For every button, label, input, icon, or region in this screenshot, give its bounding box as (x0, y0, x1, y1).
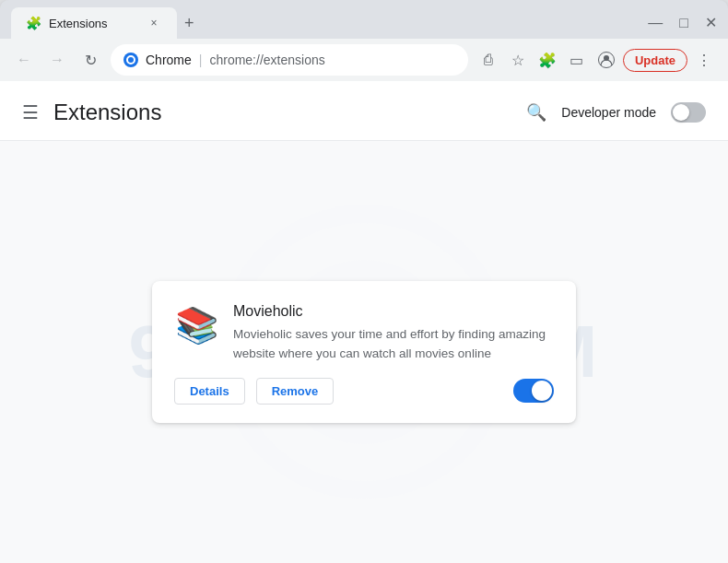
favicon (123, 53, 138, 67)
navigation-bar: ← → ↻ Chrome | chrome://extensions ⎙ ☆ 🧩… (0, 39, 728, 81)
nav-actions: ⎙ ☆ 🧩 ▭ Update ⋮ (476, 47, 717, 73)
address-domain: Chrome (146, 53, 192, 67)
menu-button[interactable]: ⋮ (691, 47, 717, 73)
minimize-button[interactable]: — (648, 15, 663, 31)
extension-card-top: 📚 Movieholic Movieholic saves your time … (174, 303, 554, 363)
active-tab[interactable]: 🧩 Extensions × (11, 7, 177, 39)
reload-button[interactable]: ↻ (77, 47, 103, 73)
extension-card-bottom: Details Remove (174, 378, 554, 405)
remove-button[interactable]: Remove (256, 378, 335, 405)
extensions-header: ☰ Extensions 🔍 Developer mode (0, 81, 728, 141)
tab-icon: 🧩 (26, 16, 41, 30)
close-button[interactable]: ✕ (705, 14, 717, 31)
extension-name: Movieholic (233, 303, 554, 320)
page-title: Extensions (53, 100, 161, 125)
forward-button[interactable]: → (44, 47, 70, 73)
sidebar-button[interactable]: ▭ (564, 47, 590, 73)
maximize-button[interactable]: □ (679, 15, 688, 31)
developer-mode-label: Developer mode (561, 105, 656, 120)
extension-icon: 📚 (175, 305, 218, 346)
update-button[interactable]: Update (623, 49, 687, 72)
extension-icon-wrapper: 📚 (174, 303, 218, 347)
tab-title: Extensions (49, 17, 108, 30)
extension-toggle[interactable] (513, 379, 554, 403)
developer-mode-toggle[interactable] (671, 102, 706, 123)
extension-info: Movieholic Movieholic saves your time an… (233, 303, 554, 363)
tab-close-button[interactable]: × (146, 15, 162, 31)
back-button[interactable]: ← (11, 47, 37, 73)
title-bar: 🧩 Extensions × + — □ ✕ (0, 0, 728, 39)
extensions-button[interactable]: 🧩 (534, 47, 560, 73)
extension-description: Movieholic saves your time and effort by… (233, 325, 554, 363)
header-right: 🔍 Developer mode (526, 102, 706, 123)
extension-card: 📚 Movieholic Movieholic saves your time … (152, 281, 576, 423)
main-area: 9/ RISK.COM 📚 Movieholic Movieholic save… (0, 141, 728, 563)
address-path: chrome://extensions (209, 53, 324, 67)
extension-toggle-knob (532, 381, 552, 401)
page-content: ☰ Extensions 🔍 Developer mode 9/ RISK.CO… (0, 81, 728, 563)
bookmark-button[interactable]: ☆ (505, 47, 531, 73)
hamburger-button[interactable]: ☰ (22, 101, 39, 123)
browser-window: 🧩 Extensions × + — □ ✕ ← → ↻ Chrome | ch… (0, 0, 728, 563)
toggle-knob (673, 104, 689, 121)
address-bar[interactable]: Chrome | chrome://extensions (111, 44, 468, 76)
address-separator: | (199, 53, 203, 67)
new-tab-button[interactable]: + (177, 10, 202, 37)
details-button[interactable]: Details (174, 378, 245, 405)
share-button[interactable]: ⎙ (476, 47, 501, 73)
search-button[interactable]: 🔍 (526, 102, 546, 123)
profile-button[interactable] (593, 47, 619, 73)
window-controls: — □ ✕ (648, 14, 717, 39)
